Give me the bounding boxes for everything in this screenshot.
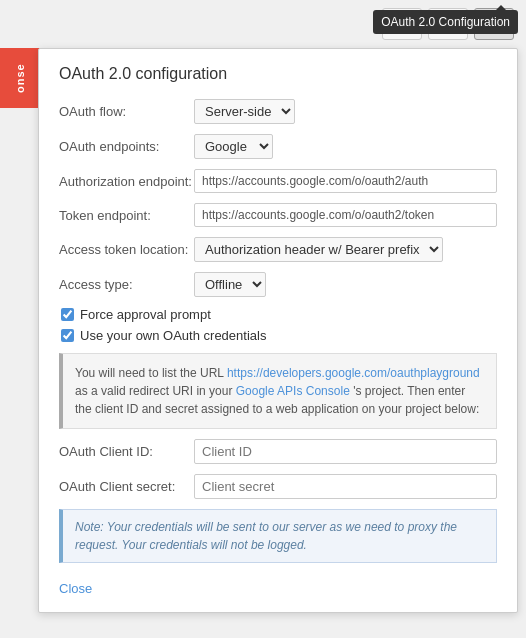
- auth-endpoint-input[interactable]: [194, 169, 497, 193]
- force-approval-checkbox[interactable]: [61, 308, 74, 321]
- use-own-credentials-label: Use your own OAuth credentials: [80, 328, 266, 343]
- oauth-endpoints-control: Google Custom: [194, 134, 497, 159]
- client-id-row: OAuth Client ID:: [59, 439, 497, 464]
- oauth-endpoints-row: OAuth endpoints: Google Custom: [59, 134, 497, 159]
- force-approval-row: Force approval prompt: [61, 307, 497, 322]
- use-own-credentials-row: Use your own OAuth credentials: [61, 328, 497, 343]
- access-token-location-row: Access token location: Authorization hea…: [59, 237, 497, 262]
- client-id-control: [194, 439, 497, 464]
- access-type-control: Offline Online: [194, 272, 497, 297]
- client-secret-control: [194, 474, 497, 499]
- info-line1: You will need to list the URL: [75, 366, 227, 380]
- oauth-dialog: OAuth 2.0 configuration OAuth flow: Serv…: [38, 48, 518, 613]
- auth-endpoint-label: Authorization endpoint:: [59, 174, 194, 189]
- dialog-title: OAuth 2.0 configuration: [59, 65, 497, 83]
- note-text: Note: Your credentials will be sent to o…: [75, 520, 457, 552]
- oauth-tooltip: OAuth 2.0 Configuration: [373, 10, 518, 34]
- google-apis-console-link[interactable]: Google APIs Console: [236, 384, 350, 398]
- token-endpoint-control: [194, 203, 497, 227]
- info-box: You will need to list the URL https://de…: [59, 353, 497, 429]
- left-accent-bar: onse: [0, 48, 40, 108]
- client-id-input[interactable]: [194, 439, 497, 464]
- token-endpoint-input[interactable]: [194, 203, 497, 227]
- use-own-credentials-checkbox[interactable]: [61, 329, 74, 342]
- auth-endpoint-control: [194, 169, 497, 193]
- note-box: Note: Your credentials will be sent to o…: [59, 509, 497, 563]
- auth-endpoint-row: Authorization endpoint:: [59, 169, 497, 193]
- oauth-flow-row: OAuth flow: Server-side Client-side Devi…: [59, 99, 497, 124]
- token-endpoint-row: Token endpoint:: [59, 203, 497, 227]
- tooltip-text: OAuth 2.0 Configuration: [381, 15, 510, 29]
- client-secret-row: OAuth Client secret:: [59, 474, 497, 499]
- access-token-location-label: Access token location:: [59, 242, 194, 257]
- oauth-flow-label: OAuth flow:: [59, 104, 194, 119]
- oauthplayground-link[interactable]: https://developers.google.com/oauthplayg…: [227, 366, 480, 380]
- access-type-label: Access type:: [59, 277, 194, 292]
- oauth-flow-control: Server-side Client-side Device flow Impl…: [194, 99, 497, 124]
- client-id-label: OAuth Client ID:: [59, 444, 194, 459]
- access-token-location-select[interactable]: Authorization header w/ Bearer prefix Qu…: [194, 237, 443, 262]
- access-type-select[interactable]: Offline Online: [194, 272, 266, 297]
- oauth-endpoints-select[interactable]: Google Custom: [194, 134, 273, 159]
- token-endpoint-label: Token endpoint:: [59, 208, 194, 223]
- access-type-row: Access type: Offline Online: [59, 272, 497, 297]
- access-token-location-control: Authorization header w/ Bearer prefix Qu…: [194, 237, 497, 262]
- info-line2: as a valid redirect URI in your: [75, 384, 236, 398]
- oauth-endpoints-label: OAuth endpoints:: [59, 139, 194, 154]
- force-approval-label: Force approval prompt: [80, 307, 211, 322]
- client-secret-input[interactable]: [194, 474, 497, 499]
- oauth-flow-select[interactable]: Server-side Client-side Device flow Impl…: [194, 99, 295, 124]
- close-link[interactable]: Close: [59, 581, 92, 596]
- client-secret-label: OAuth Client secret:: [59, 479, 194, 494]
